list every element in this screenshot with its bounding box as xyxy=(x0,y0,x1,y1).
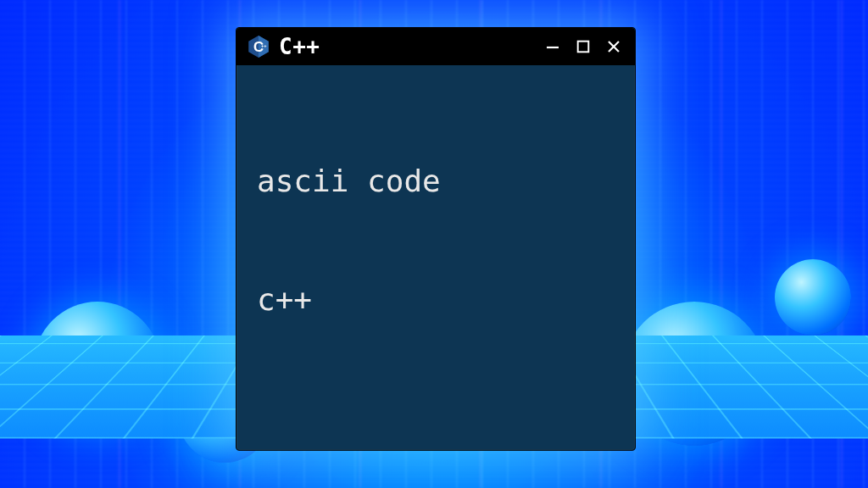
maximize-button[interactable] xyxy=(572,36,594,58)
titlebar[interactable]: C ++ C++ xyxy=(236,28,635,65)
terminal-line: c++ xyxy=(257,280,615,320)
terminal-body: ascii code c++ xyxy=(236,65,635,416)
svg-rect-5 xyxy=(578,42,589,53)
minimize-button[interactable] xyxy=(542,36,564,58)
terminal-line: ascii code xyxy=(257,162,615,202)
window-title: C++ xyxy=(279,34,320,59)
cpp-logo-icon: C ++ xyxy=(247,35,270,58)
close-button[interactable] xyxy=(603,36,625,58)
svg-text:++: ++ xyxy=(261,43,267,48)
app-window: C ++ C++ ascii code c++ xyxy=(236,27,636,451)
glow-orb xyxy=(775,259,851,336)
